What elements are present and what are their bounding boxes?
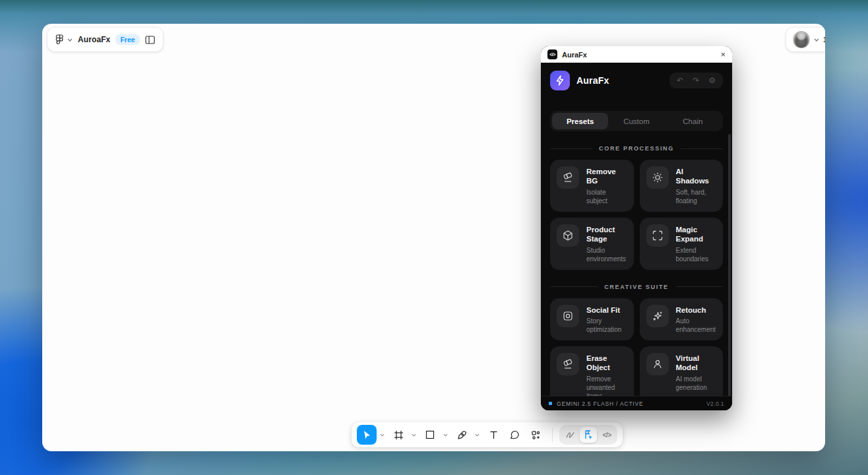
version-text: V2.0.1 — [706, 400, 724, 407]
plugin-window: </> AuraFx × AuraFx ↶ ↷ ⚙ — [541, 46, 732, 410]
dev-mode-button[interactable]: </> — [598, 427, 615, 443]
pen-tool-menu[interactable] — [473, 425, 481, 445]
sun-shadow-icon — [646, 166, 669, 189]
gear-icon[interactable]: ⚙ — [708, 77, 716, 84]
zoom-level[interactable]: 17 — [823, 36, 825, 44]
chevron-down-icon — [67, 38, 73, 42]
plugin-content: Presets Custom Chain CORE PROCESSING — [541, 98, 732, 396]
redo-icon[interactable]: ↷ — [693, 77, 699, 84]
plugin-titlebar[interactable]: </> AuraFx × — [541, 46, 732, 63]
actions-icon — [531, 430, 541, 440]
canvas-toolbar: </> — [352, 422, 623, 447]
status-text: GEMINI 2.5 FLASH / ACTIVE — [557, 400, 702, 407]
preset-card-remove-bg[interactable]: Remove BG Isolate subject — [550, 160, 634, 212]
shape-tool-menu[interactable] — [441, 425, 449, 445]
toolbar-divider — [552, 428, 553, 442]
design-app-window: AuroaFx Free 17 — [42, 24, 825, 451]
pen-icon — [457, 430, 467, 440]
rectangle-icon — [425, 430, 435, 439]
section-creative-suite: CREATIVE SUITE — [550, 284, 723, 290]
user-zoom-pill: 17 — [786, 28, 825, 51]
preset-card-virtual-model[interactable]: Virtual Model AI model generation — [640, 346, 724, 396]
plugin-scrollbar[interactable] — [728, 134, 731, 396]
file-menu-pill: AuroaFx Free — [47, 28, 163, 51]
plugin-title: AuraFx — [576, 75, 663, 86]
design-mode-icon — [584, 430, 593, 439]
preset-card-magic-expand[interactable]: Magic Expand Extend boundaries — [640, 218, 724, 270]
move-tool-button[interactable] — [357, 425, 377, 445]
sparkles-icon — [646, 305, 669, 327]
section-core-processing: CORE PROCESSING — [550, 145, 723, 152]
preset-card-product-stage[interactable]: Product Stage Studio environments — [550, 218, 634, 270]
person-icon — [646, 353, 669, 375]
plugin-header-controls: ↶ ↷ ⚙ — [669, 73, 723, 88]
actions-tool-button[interactable] — [526, 425, 545, 445]
draw-mode-button[interactable] — [561, 427, 578, 443]
tab-custom[interactable]: Custom — [608, 113, 664, 129]
core-processing-grid: Remove BG Isolate subject AI Shado — [550, 160, 723, 270]
file-title: AuroaFx — [78, 35, 110, 44]
figma-menu-icon — [55, 34, 64, 46]
camera-frame-icon — [557, 305, 579, 327]
pen-tool-button[interactable] — [452, 425, 472, 445]
status-dot — [549, 402, 552, 405]
plugin-window-title: AuraFx — [562, 51, 716, 59]
comment-bubble-icon — [510, 430, 520, 439]
move-tool-menu[interactable] — [378, 425, 386, 445]
close-icon[interactable]: × — [720, 50, 726, 59]
shape-tool-button[interactable] — [420, 425, 440, 445]
plugin-tab-bar: Presets Custom Chain — [550, 111, 723, 131]
design-mode-button[interactable] — [580, 427, 597, 443]
eraser-icon — [557, 353, 579, 375]
preset-card-social-fit[interactable]: Social Fit Story optimization — [550, 298, 634, 340]
tab-chain[interactable]: Chain — [665, 113, 721, 129]
frame-tool-button[interactable] — [388, 425, 408, 445]
text-icon — [489, 431, 498, 439]
expand-corners-icon — [646, 224, 669, 247]
cursor-icon — [362, 430, 371, 440]
plugin-titlebar-icon: </> — [547, 49, 557, 59]
chevron-down-icon[interactable] — [814, 38, 819, 42]
mode-toggle-group: </> — [559, 425, 617, 445]
creative-suite-grid: Social Fit Story optimization — [550, 298, 723, 396]
eraser-icon — [557, 166, 579, 189]
plugin-header: AuraFx ↶ ↷ ⚙ — [541, 63, 732, 98]
app-menu-button[interactable] — [55, 34, 73, 46]
preset-card-erase-object[interactable]: Erase Object Remove unwanted items — [550, 346, 634, 396]
plugin-status-bar: GEMINI 2.5 FLASH / ACTIVE V2.0.1 — [541, 396, 732, 410]
desktop-wallpaper: AuroaFx Free 17 — [0, 0, 868, 475]
comment-tool-button[interactable] — [505, 425, 524, 445]
code-icon: </> — [603, 431, 611, 439]
frame-tool-menu[interactable] — [410, 425, 418, 445]
preset-card-retouch[interactable]: Retouch Auto enhancement — [640, 298, 724, 340]
plan-badge[interactable]: Free — [115, 34, 139, 45]
plugin-logo-bolt-icon — [550, 71, 570, 90]
preset-card-ai-shadows[interactable]: AI Shadows Soft, hard, floating — [640, 160, 724, 212]
layout-toggle-icon[interactable] — [145, 36, 155, 44]
tab-presets[interactable]: Presets — [552, 113, 608, 129]
text-tool-button[interactable] — [483, 425, 503, 445]
cube-icon — [557, 224, 579, 247]
avatar[interactable] — [793, 31, 810, 48]
frame-icon — [394, 430, 404, 440]
undo-icon[interactable]: ↶ — [677, 77, 683, 84]
scribble-icon — [565, 431, 575, 439]
